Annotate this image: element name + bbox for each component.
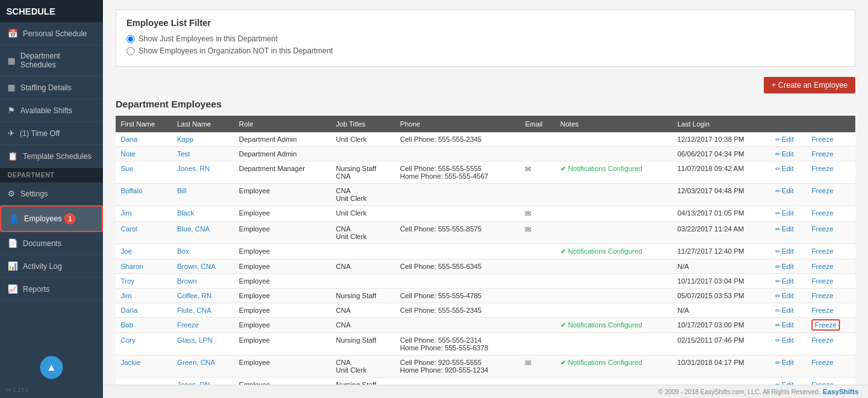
- cell-lastlogin: 10/11/2017 03:04 PM: [672, 274, 770, 289]
- freeze-link[interactable]: Freeze: [811, 306, 833, 314]
- cell-notes: [555, 206, 672, 222]
- cell-phone: Cell Phone: 555-555-6345: [395, 259, 520, 274]
- edit-link[interactable]: Edit: [782, 187, 794, 195]
- cell-lastlogin: 12/12/2017 10:38 PM: [672, 132, 770, 147]
- calendar-icon: 📅: [8, 29, 18, 38]
- freeze-link[interactable]: Freeze: [811, 225, 833, 233]
- cell-jobtitles: Nursing StaffCNA: [331, 161, 395, 184]
- sidebar-item-label: Template Schedules: [23, 152, 92, 161]
- freeze-link[interactable]: Freeze: [811, 165, 833, 172]
- freeze-link[interactable]: Freeze: [811, 209, 833, 217]
- cell-notes: ✔ Notifications Configured: [555, 318, 672, 333]
- cell-freeze: Freeze: [806, 147, 855, 161]
- cell-freeze: Freeze: [806, 259, 855, 274]
- cell-lastname: Box: [172, 244, 234, 259]
- edit-link[interactable]: Edit: [782, 263, 794, 270]
- cell-firstname: Bob: [116, 318, 172, 333]
- sidebar-item-label: Available Shifts: [20, 106, 72, 115]
- cell-freeze: Freeze: [806, 222, 855, 244]
- filter-option-1[interactable]: Show Just Employees in this Department: [126, 34, 844, 43]
- table-row: Jackie Green, CNA Employee CNAUnit Clerk…: [116, 355, 855, 378]
- edit-link[interactable]: Edit: [782, 321, 794, 329]
- employees-badge: 1: [64, 213, 76, 224]
- cell-role: Employee: [234, 303, 331, 318]
- sidebar-item-label: Settings: [20, 189, 48, 198]
- table-row: Bob Freeze Employee CNA ✔ Notifications …: [116, 318, 855, 333]
- filter-radio-2[interactable]: [126, 47, 135, 55]
- filter-option-2[interactable]: Show Employees in Organization NOT in th…: [126, 46, 844, 55]
- sidebar-item-personal-schedule[interactable]: 📅 Personal Schedule: [0, 22, 103, 45]
- cell-jobtitles: [331, 147, 395, 161]
- cell-edit: ✏Edit: [770, 147, 806, 161]
- cell-phone: Cell Phone: 555-555-4785: [395, 289, 520, 303]
- cell-lastname: Jones, RN: [172, 161, 234, 184]
- table-header-row: First Name Last Name Role Job Titles Pho…: [116, 116, 855, 132]
- scroll-top-button[interactable]: ▲: [40, 356, 63, 379]
- cell-freeze: Freeze: [806, 244, 855, 259]
- sidebar-item-department-schedules[interactable]: ▦ Department Schedules: [0, 45, 103, 76]
- sidebar-item-activity-log[interactable]: 📊 Activity Log: [0, 255, 103, 278]
- edit-link[interactable]: Edit: [782, 336, 794, 344]
- filter-radio-1[interactable]: [126, 35, 135, 43]
- sidebar-item-reports[interactable]: 📈 Reports: [0, 278, 103, 301]
- section-top-bar: + Create an Employee: [116, 77, 855, 93]
- cell-phone: Cell Phone: 555-555-2314Home Phone: 555-…: [395, 333, 520, 355]
- cell-edit: ✏Edit: [770, 132, 806, 147]
- cell-email: [520, 318, 555, 333]
- edit-link[interactable]: Edit: [782, 165, 794, 172]
- cell-lastlogin: 10/17/2017 03:00 PM: [672, 318, 770, 333]
- col-header-email: Email: [520, 116, 555, 132]
- freeze-link[interactable]: Freeze: [811, 247, 833, 255]
- freeze-link[interactable]: Freeze: [811, 150, 833, 158]
- edit-link[interactable]: Edit: [782, 277, 794, 285]
- cell-jobtitles: CNAUnit Clerk: [331, 222, 395, 244]
- cell-phone: [395, 244, 520, 259]
- freeze-link[interactable]: Freeze: [811, 292, 833, 299]
- col-header-edit: [770, 116, 806, 132]
- edit-link[interactable]: Edit: [782, 209, 794, 217]
- sidebar-item-documents[interactable]: 📄 Documents: [0, 232, 103, 255]
- cell-email: [520, 303, 555, 318]
- freeze-link[interactable]: Freeze: [811, 263, 833, 270]
- sidebar-bottom: ▲: [0, 356, 103, 379]
- col-header-lastname: Last Name: [172, 116, 234, 132]
- cell-firstname: Jim: [116, 206, 172, 222]
- cell-edit: ✏Edit: [770, 222, 806, 244]
- freeze-link[interactable]: Freeze: [811, 336, 833, 344]
- sidebar-item-template-schedules[interactable]: 📋 Template Schedules: [0, 145, 103, 168]
- edit-link[interactable]: Edit: [782, 225, 794, 233]
- cell-role: Department Manager: [234, 161, 331, 184]
- cell-notes: [555, 222, 672, 244]
- cell-phone: [395, 206, 520, 222]
- sidebar-item-staffing-details[interactable]: ▦ Staffing Details: [0, 76, 103, 99]
- cell-edit: ✏Edit: [770, 378, 806, 385]
- edit-link[interactable]: Edit: [782, 306, 794, 314]
- freeze-link[interactable]: Freeze: [811, 359, 833, 366]
- sidebar-item-available-shifts[interactable]: ⚑ Available Shifts: [0, 99, 103, 122]
- edit-link[interactable]: Edit: [782, 135, 794, 143]
- edit-link[interactable]: Edit: [782, 247, 794, 255]
- freeze-link[interactable]: Freeze: [811, 135, 833, 143]
- freeze-link[interactable]: Freeze: [811, 187, 833, 195]
- cell-edit: ✏Edit: [770, 184, 806, 206]
- cell-role: Employee: [234, 274, 331, 289]
- cell-lastname: Green, CNA: [172, 355, 234, 378]
- freeze-link[interactable]: Freeze: [811, 277, 833, 285]
- sidebar-item-settings[interactable]: ⚙ Settings: [0, 182, 103, 205]
- sidebar-item-time-off[interactable]: ✈ (1) Time Off: [0, 122, 103, 145]
- edit-link[interactable]: Edit: [782, 150, 794, 158]
- table-row: Cory Glass, LPN Employee Nursing Staff C…: [116, 333, 855, 355]
- edit-link[interactable]: Edit: [782, 359, 794, 366]
- department-employees-section: + Create an Employee Department Employee…: [116, 77, 855, 385]
- sidebar-item-label: Staffing Details: [20, 83, 72, 92]
- main-scroll-area[interactable]: Employee List Filter Show Just Employees…: [103, 0, 868, 385]
- create-employee-button[interactable]: + Create an Employee: [764, 77, 855, 93]
- cell-email: ✉: [520, 161, 555, 184]
- edit-link[interactable]: Edit: [782, 292, 794, 299]
- cell-phone: [395, 184, 520, 206]
- cell-edit: ✏Edit: [770, 244, 806, 259]
- sidebar-item-employees[interactable]: 👤 Employees 1: [0, 205, 103, 232]
- cell-freeze: Freeze: [806, 184, 855, 206]
- freeze-link[interactable]: Freeze: [811, 319, 839, 331]
- cell-freeze: Freeze: [806, 303, 855, 318]
